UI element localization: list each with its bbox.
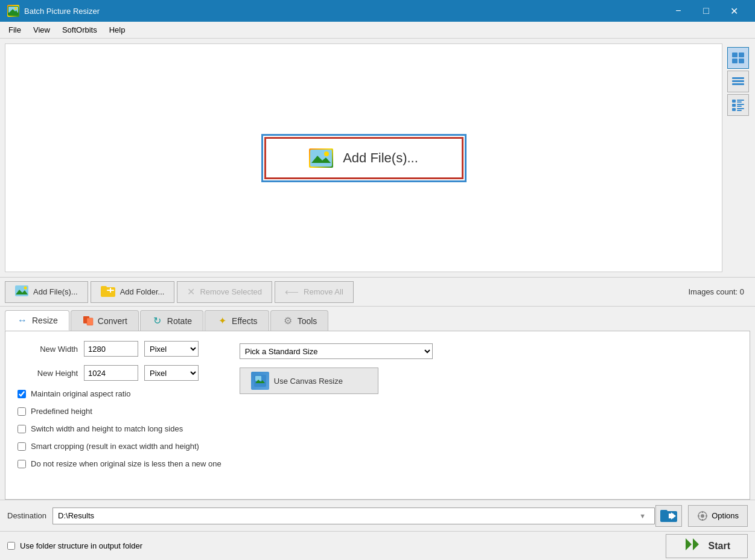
canvas-resize-icon <box>251 372 269 390</box>
menu-softorbits[interactable]: SoftOrbits <box>56 23 103 37</box>
images-count-area: Images count: 0 <box>688 287 750 296</box>
maintain-aspect-checkbox[interactable] <box>18 390 26 398</box>
footer-bar: Use folder structure in output folder St… <box>0 531 755 560</box>
start-button[interactable]: Start <box>666 534 748 558</box>
no-upscale-row: Do not resize when original size is less… <box>18 459 221 468</box>
svg-rect-31 <box>87 318 93 325</box>
image-panel-wrapper: Add File(s)... <box>0 39 755 277</box>
svg-point-6 <box>324 151 329 156</box>
tab-rotate-label: Rotate <box>167 316 192 326</box>
svg-rect-21 <box>737 108 744 109</box>
tab-effects[interactable]: ✦ Effects <box>205 310 269 331</box>
tab-area: ↔ Resize Convert ↻ Rotate ✦ Effects <box>0 306 755 500</box>
new-height-row: New Height Pixel Percent Inch Cm <box>18 365 221 381</box>
view-details-button[interactable] <box>727 94 749 116</box>
tab-rotate[interactable]: ↻ Rotate <box>140 310 203 331</box>
menu-file[interactable]: File <box>2 23 27 37</box>
convert-tab-icon <box>82 315 94 327</box>
no-upscale-checkbox[interactable] <box>18 460 26 468</box>
predefined-height-checkbox[interactable] <box>18 407 26 416</box>
tab-convert[interactable]: Convert <box>71 310 139 331</box>
resize-two-col: New Width Pixel Percent Inch Cm New Heig… <box>18 341 737 468</box>
app-icon <box>7 5 19 17</box>
tab-tools[interactable]: ⚙ Tools <box>270 310 329 331</box>
switch-wh-checkbox[interactable] <box>18 425 26 433</box>
add-files-icon <box>15 285 28 298</box>
new-height-unit-select[interactable]: Pixel Percent Inch Cm <box>144 365 199 381</box>
add-files-big-inner: Add File(s)... <box>309 148 418 168</box>
svg-rect-17 <box>732 104 736 107</box>
title-bar-left: Batch Picture Resizer <box>7 5 100 17</box>
svg-rect-9 <box>732 59 737 63</box>
tabs: ↔ Resize Convert ↻ Rotate ✦ Effects <box>5 307 750 331</box>
rotate-tab-icon: ↻ <box>151 315 164 327</box>
title-bar: Batch Picture Resizer − □ ✕ <box>0 0 755 22</box>
use-folder-row: Use folder structure in output folder <box>7 541 142 550</box>
tab-resize-label: Resize <box>32 316 58 325</box>
svg-point-3 <box>14 7 17 10</box>
close-button[interactable]: ✕ <box>720 0 748 22</box>
remove-selected-button[interactable]: ✕ Remove Selected <box>177 281 272 303</box>
svg-rect-42 <box>702 519 703 521</box>
resize-col-left: New Width Pixel Percent Inch Cm New Heig… <box>18 341 221 468</box>
add-folder-button[interactable]: Add Folder... <box>91 281 175 303</box>
remove-all-label: Remove All <box>304 287 343 296</box>
standard-size-select[interactable]: Pick a Standard Size <box>240 343 433 359</box>
view-buttons <box>726 43 750 272</box>
svg-rect-22 <box>737 110 742 111</box>
destination-bar: Destination ▼ Options <box>0 500 755 531</box>
tab-convert-label: Convert <box>98 316 127 326</box>
new-width-input[interactable] <box>84 341 138 357</box>
svg-rect-26 <box>101 287 115 297</box>
svg-rect-44 <box>706 515 707 517</box>
options-label: Options <box>712 511 739 520</box>
svg-rect-27 <box>101 286 107 288</box>
image-panel: Add File(s)... <box>5 43 722 272</box>
canvas-resize-button[interactable]: Use Canvas Resize <box>240 368 378 394</box>
add-files-big-button[interactable]: Add File(s)... <box>264 137 464 179</box>
maximize-button[interactable]: □ <box>692 0 720 22</box>
svg-rect-36 <box>660 510 667 513</box>
big-image-icon <box>309 148 333 168</box>
remove-all-button[interactable]: ⟵ Remove All <box>275 281 354 303</box>
destination-label: Destination <box>7 511 46 520</box>
canvas-resize-label: Use Canvas Resize <box>274 377 343 386</box>
svg-rect-8 <box>739 52 744 57</box>
destination-browse-button[interactable] <box>655 505 682 527</box>
view-thumbnails-button[interactable] <box>727 47 749 69</box>
predefined-height-row: Predefined height <box>18 407 221 416</box>
svg-rect-11 <box>732 77 744 79</box>
remove-selected-icon: ✕ <box>187 286 195 298</box>
window-controls: − □ ✕ <box>664 0 748 22</box>
new-width-unit-select[interactable]: Pixel Percent Inch Cm <box>144 341 199 357</box>
menu-view[interactable]: View <box>27 23 56 37</box>
options-button[interactable]: Options <box>688 505 748 527</box>
new-height-input[interactable] <box>84 365 138 381</box>
svg-point-25 <box>24 287 27 290</box>
svg-rect-29 <box>110 288 111 293</box>
use-folder-checkbox[interactable] <box>7 542 15 550</box>
svg-rect-10 <box>739 59 744 63</box>
tab-effects-label: Effects <box>232 316 258 326</box>
minimize-button[interactable]: − <box>664 0 692 22</box>
view-list-button[interactable] <box>727 71 749 92</box>
svg-rect-7 <box>732 52 737 57</box>
svg-rect-43 <box>698 515 699 517</box>
svg-rect-16 <box>737 101 742 103</box>
no-upscale-label: Do not resize when original size is less… <box>31 459 221 468</box>
tab-resize[interactable]: ↔ Resize <box>5 310 69 331</box>
menu-help[interactable]: Help <box>103 23 132 37</box>
bottom-toolbar: Add File(s)... Add Folder... ✕ Remove Se… <box>0 277 755 306</box>
tab-tools-label: Tools <box>298 316 317 326</box>
resize-tab-icon: ↔ <box>16 314 28 326</box>
switch-wh-label: Switch width and height to match long si… <box>31 424 183 433</box>
svg-marker-46 <box>693 538 699 550</box>
svg-marker-45 <box>686 538 692 550</box>
new-height-label: New Height <box>18 369 78 378</box>
smart-crop-checkbox[interactable] <box>18 442 26 451</box>
destination-path-input[interactable] <box>53 508 655 524</box>
add-files-button[interactable]: Add File(s)... <box>5 281 88 303</box>
start-label: Start <box>709 541 730 552</box>
tab-content-resize: New Width Pixel Percent Inch Cm New Heig… <box>5 331 750 500</box>
switch-wh-row: Switch width and height to match long si… <box>18 424 221 433</box>
